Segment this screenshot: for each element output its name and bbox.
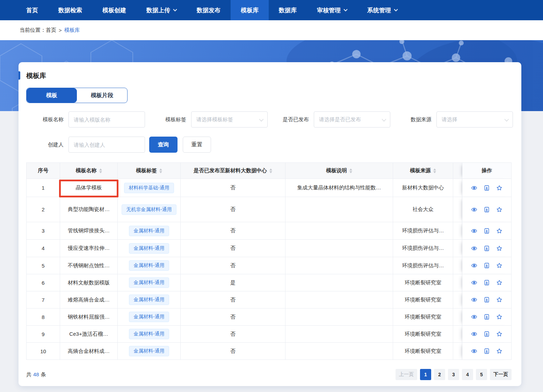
reset-button[interactable]: 重置 <box>183 137 211 153</box>
prev-page-button[interactable]: 上一页 <box>396 369 417 380</box>
cell-source: 环境损伤评估与… <box>393 257 453 274</box>
download-action-button[interactable] <box>484 297 490 303</box>
total-suffix: 条 <box>41 371 46 377</box>
template-name-text: 晶体学模板 <box>76 184 102 191</box>
download-action-button[interactable] <box>484 245 490 252</box>
favorite-action-button[interactable] <box>496 245 502 252</box>
cell-actions <box>462 308 511 326</box>
favorite-action-button[interactable] <box>496 331 502 337</box>
column-header-是否已发布至新材料大数据中心[interactable]: 是否已发布至新材料大数据中心 <box>181 163 285 179</box>
view-action-button[interactable] <box>471 297 477 303</box>
page-buttons: 上一页12345下一页 <box>396 369 512 380</box>
search-button[interactable]: 查询 <box>149 137 178 153</box>
view-action-button[interactable] <box>471 314 477 320</box>
column-header-序号: 序号 <box>27 163 60 179</box>
nav-item-数据上传[interactable]: 数据上传 <box>136 0 187 20</box>
view-action-button[interactable] <box>471 348 477 354</box>
template-tag-label: 模板标签 <box>145 116 191 123</box>
download-action-button[interactable] <box>484 262 490 269</box>
view-action-button[interactable] <box>471 228 477 234</box>
download-icon <box>484 297 490 303</box>
caret-up-icon <box>269 168 272 170</box>
source-text: 环境断裂研究室 <box>405 314 441 320</box>
favorite-action-button[interactable] <box>496 262 502 269</box>
nav-item-数据检索[interactable]: 数据检索 <box>48 0 92 20</box>
nav-item-label: 数据检索 <box>58 6 82 14</box>
nav-item-模板库[interactable]: 模板库 <box>231 0 269 20</box>
cell-source: 社会大众 <box>393 197 453 222</box>
creator-input[interactable] <box>68 137 145 153</box>
favorite-action-button[interactable] <box>496 297 502 303</box>
download-action-button[interactable] <box>484 314 490 320</box>
favorite-action-button[interactable] <box>496 185 502 191</box>
tab-模板片段[interactable]: 模板片段 <box>77 88 127 103</box>
cell-published: 否 <box>181 343 285 360</box>
tab-group: 模板模板片段 <box>26 88 128 103</box>
template-tag-badge: 金属材料-通用 <box>129 346 169 356</box>
cell-index: 8 <box>27 308 60 326</box>
nav-item-数据发布[interactable]: 数据发布 <box>187 0 231 20</box>
eye-icon <box>471 280 477 286</box>
total-count-text: 共48条 <box>26 371 46 378</box>
data-source-select[interactable]: 请选择 <box>436 111 513 128</box>
next-page-button[interactable]: 下一页 <box>490 369 512 380</box>
breadcrumb-current-link[interactable]: 模板库 <box>64 27 80 34</box>
nav-item-首页[interactable]: 首页 <box>16 0 48 20</box>
page-button-5[interactable]: 5 <box>476 369 487 380</box>
template-name-text: Ce3+激活石榴… <box>69 331 108 337</box>
cell-description: 集成大量晶体材料的结构与性能数… <box>285 179 393 197</box>
star-icon <box>496 228 502 234</box>
data-source-select-placeholder: 请选择 <box>442 116 457 123</box>
nav-item-审核管理[interactable]: 审核管理 <box>307 0 357 20</box>
nav-item-数据库[interactable]: 数据库 <box>269 0 307 20</box>
column-header-模板来源[interactable]: 模板来源 <box>393 163 453 179</box>
download-action-button[interactable] <box>484 348 490 354</box>
download-action-button[interactable] <box>484 185 490 191</box>
download-action-button[interactable] <box>484 228 490 234</box>
cell-actions <box>462 326 511 343</box>
column-header-模板说明[interactable]: 模板说明 <box>285 163 393 179</box>
nav-item-系统管理[interactable]: 系统管理 <box>357 0 407 20</box>
favorite-action-button[interactable] <box>496 348 502 354</box>
view-action-button[interactable] <box>471 206 477 213</box>
breadcrumb-home-link[interactable]: 首页 <box>46 27 56 34</box>
view-action-button[interactable] <box>471 280 477 286</box>
cell-template-name: 晶体学模板 <box>60 179 118 197</box>
nav-item-模板创建[interactable]: 模板创建 <box>92 0 136 20</box>
view-action-button[interactable] <box>471 331 477 337</box>
cell-template-name: 慢应变速率拉伸… <box>60 240 118 257</box>
download-action-button[interactable] <box>484 331 490 337</box>
cell-published: 否 <box>181 179 285 197</box>
eye-icon <box>471 206 477 213</box>
view-action-button[interactable] <box>471 262 477 269</box>
tab-模板[interactable]: 模板 <box>27 88 77 103</box>
favorite-action-button[interactable] <box>496 280 502 286</box>
template-name-text: 材料文献数据模版 <box>68 280 110 286</box>
column-header-操作: 操作 <box>462 163 511 179</box>
download-action-button[interactable] <box>484 206 490 213</box>
published-select[interactable]: 请选择是否已发布 <box>314 111 390 128</box>
page-button-1[interactable]: 1 <box>420 369 431 380</box>
download-action-button[interactable] <box>484 280 490 286</box>
page-button-4[interactable]: 4 <box>462 369 473 380</box>
column-header-模板名称[interactable]: 模板名称 <box>60 163 118 179</box>
table-row: 3管线钢焊接接头…金属材料-通用否环境损伤评估与… <box>27 222 511 240</box>
template-name-input[interactable] <box>68 111 145 128</box>
template-tag-badge: 金属材料-通用 <box>129 295 169 305</box>
cell-actions <box>462 291 511 308</box>
page-button-3[interactable]: 3 <box>448 369 459 380</box>
description-text: 集成大量晶体材料的结构与性能数… <box>297 184 381 191</box>
template-tag-select[interactable]: 请选择模板标签 <box>191 111 268 128</box>
favorite-action-button[interactable] <box>496 206 502 213</box>
cell-description <box>285 274 393 291</box>
favorite-action-button[interactable] <box>496 314 502 320</box>
column-header-模板标签[interactable]: 模板标签 <box>118 163 181 179</box>
favorite-action-button[interactable] <box>496 228 502 234</box>
template-tag-badge: 金属材料-通用 <box>129 243 169 254</box>
cell-source: 环境断裂研究室 <box>393 326 453 343</box>
page-button-2[interactable]: 2 <box>434 369 445 380</box>
view-action-button[interactable] <box>471 185 477 191</box>
column-header-label: 序号 <box>38 167 49 174</box>
view-action-button[interactable] <box>471 245 477 252</box>
nav-item-label: 首页 <box>26 6 38 14</box>
